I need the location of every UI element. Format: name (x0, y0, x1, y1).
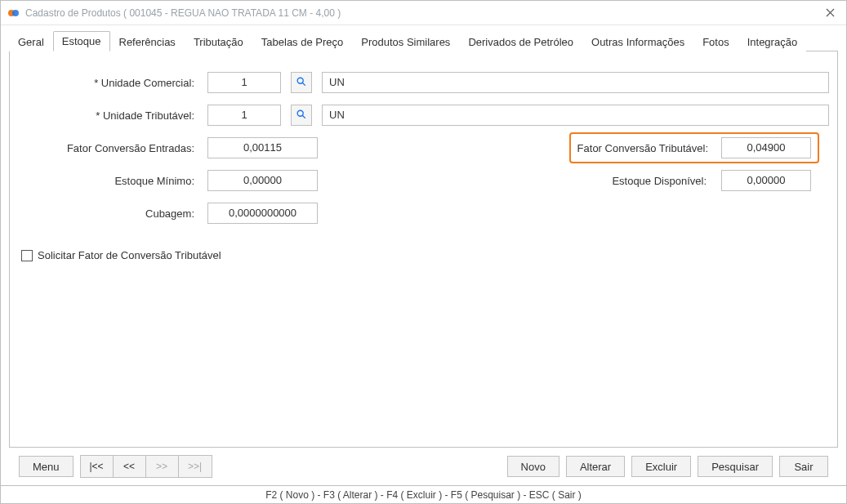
novo-button[interactable]: Novo (507, 456, 559, 477)
estoque-disponivel-label: Estoque Disponível: (612, 175, 711, 187)
solicitar-fator-label: Solicitar Fator de Conversão Tributável (38, 249, 221, 261)
status-text: F2 ( Novo ) - F3 ( Alterar ) - F4 ( Excl… (265, 489, 582, 501)
nav-next-button[interactable]: >> (146, 456, 179, 477)
fator-entradas-field[interactable]: 0,00115 (207, 137, 318, 158)
tab-tributacao[interactable]: Tributação (185, 32, 252, 51)
title-bar: Cadastro de Produtos ( 001045 - REGUA NA… (1, 1, 846, 25)
excluir-button[interactable]: Excluir (631, 456, 691, 477)
svg-point-1 (12, 10, 19, 16)
tab-fotos[interactable]: Fotos (693, 32, 738, 51)
unidade-comercial-search-button[interactable] (291, 72, 312, 93)
fator-tributavel-field[interactable]: 0,04900 (721, 137, 811, 158)
tab-produtos-similares[interactable]: Produtos Similares (352, 32, 459, 51)
tab-outras-informacoes[interactable]: Outras Informações (582, 32, 693, 51)
tab-estoque[interactable]: Estoque (53, 31, 110, 51)
estoque-minimo-field[interactable]: 0,00000 (207, 170, 318, 191)
record-nav: |<< << >> >>| (80, 455, 212, 478)
search-icon (296, 109, 307, 123)
action-bar: Menu |<< << >> >>| Novo Alterar Excluir … (9, 448, 838, 485)
tab-referencias[interactable]: Referências (110, 32, 185, 51)
fator-tributavel-label: Fator Conversão Tributável: (577, 142, 713, 154)
window-title: Cadastro de Produtos ( 001045 - REGUA NA… (25, 7, 341, 19)
fator-entradas-label: Fator Conversão Entradas: (18, 142, 198, 154)
nav-first-button[interactable]: |<< (81, 456, 114, 477)
cubagem-label: Cubagem: (18, 207, 198, 220)
solicitar-fator-checkbox[interactable] (21, 250, 33, 261)
cubagem-field[interactable]: 0,0000000000 (207, 203, 318, 224)
tab-derivados-petroleo[interactable]: Derivados de Petróleo (459, 32, 582, 51)
tab-tabelas-preco[interactable]: Tabelas de Preço (252, 32, 352, 51)
unidade-comercial-text[interactable]: UN (322, 72, 829, 93)
nav-last-button[interactable]: >>| (179, 456, 212, 477)
search-icon (296, 76, 307, 90)
tab-integracao[interactable]: Integração (738, 32, 806, 51)
fator-tributavel-highlight: Fator Conversão Tributável: 0,04900 (569, 132, 819, 163)
tab-strip: Geral Estoque Referências Tributação Tab… (9, 30, 838, 51)
estoque-disponivel-field[interactable]: 0,00000 (721, 170, 811, 191)
app-window: Cadastro de Produtos ( 001045 - REGUA NA… (0, 0, 847, 504)
unidade-tributavel-text[interactable]: UN (322, 105, 829, 126)
estoque-minimo-label: Estoque Mínimo: (18, 175, 198, 187)
unidade-tributavel-search-button[interactable] (291, 105, 312, 126)
status-bar: F2 ( Novo ) - F3 ( Alterar ) - F4 ( Excl… (1, 485, 846, 503)
tab-geral[interactable]: Geral (9, 32, 53, 51)
unidade-tributavel-code[interactable]: 1 (207, 105, 281, 126)
sair-button[interactable]: Sair (779, 456, 828, 477)
app-icon (7, 7, 20, 20)
unidade-comercial-label: * Unidade Comercial: (18, 77, 198, 89)
pesquisar-button[interactable]: Pesquisar (698, 456, 773, 477)
svg-line-3 (302, 83, 305, 85)
svg-line-5 (302, 115, 305, 118)
menu-button[interactable]: Menu (19, 456, 74, 477)
alterar-button[interactable]: Alterar (566, 456, 625, 477)
close-button[interactable] (814, 1, 846, 25)
unidade-comercial-code[interactable]: 1 (207, 72, 281, 93)
estoque-panel: * Unidade Comercial: 1 UN * Unidade Trib… (9, 51, 838, 448)
unidade-tributavel-label: * Unidade Tributável: (18, 109, 198, 122)
nav-prev-button[interactable]: << (114, 456, 146, 477)
